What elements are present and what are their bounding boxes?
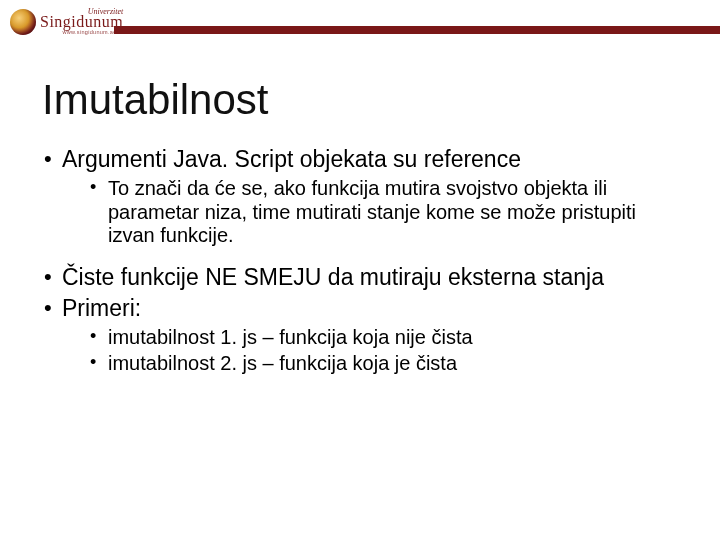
logo-text: Univerzitet Singidunum www.singidunum.ac… [40, 8, 123, 36]
slide-title: Imutabilnost [42, 76, 678, 124]
sub-bullet-text: imutabilnost 1. js – funkcija koja nije … [108, 326, 473, 348]
slide-header: Univerzitet Singidunum www.singidunum.ac… [0, 0, 720, 58]
bullet-text: Primeri: [62, 295, 141, 321]
bullet-text: Argumenti Java. Script objekata su refer… [62, 146, 521, 172]
sub-bullet-text: imutabilnost 2. js – funkcija koja je či… [108, 352, 457, 374]
sub-bullet-item: To znači da će se, ako funkcija mutira s… [90, 177, 678, 248]
logo-name-label: Singidunum [40, 14, 123, 30]
bullet-item: Primeri: imutabilnost 1. js – funkcija k… [42, 295, 678, 375]
sub-bullet-item: imutabilnost 2. js – funkcija koja je či… [90, 352, 678, 376]
bullet-item: Argumenti Java. Script objekata su refer… [42, 146, 678, 248]
sub-bullet-item: imutabilnost 1. js – funkcija koja nije … [90, 326, 678, 350]
logo-seal-icon [10, 9, 36, 35]
bullet-text: Čiste funkcije NE SMEJU da mutiraju ekst… [62, 264, 604, 290]
logo: Univerzitet Singidunum www.singidunum.ac… [10, 8, 123, 36]
sub-bullet-list: To znači da će se, ako funkcija mutira s… [62, 177, 678, 248]
slide-content: Imutabilnost Argumenti Java. Script obje… [0, 58, 720, 375]
sub-bullet-text: To znači da će se, ako funkcija mutira s… [108, 177, 636, 246]
sub-bullet-list: imutabilnost 1. js – funkcija koja nije … [62, 326, 678, 375]
header-divider-bar [114, 26, 720, 34]
bullet-item: Čiste funkcije NE SMEJU da mutiraju ekst… [42, 264, 678, 291]
logo-url-label: www.singidunum.ac.rs [40, 30, 123, 36]
bullet-list: Argumenti Java. Script objekata su refer… [42, 146, 678, 375]
